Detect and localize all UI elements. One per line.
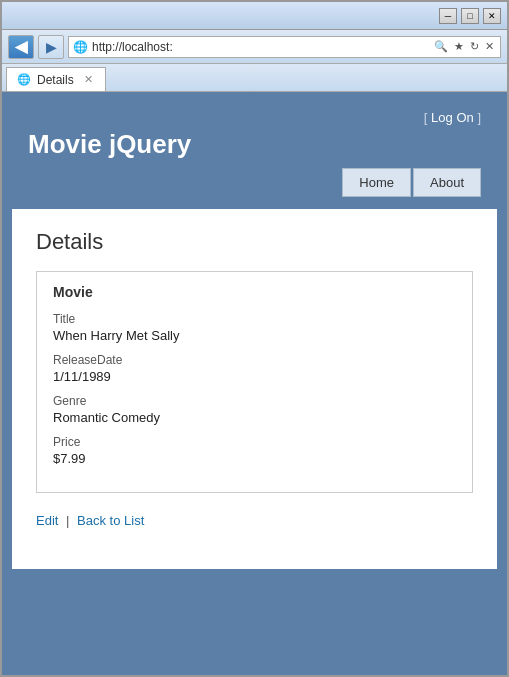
detail-value-genre: Romantic Comedy — [53, 410, 456, 425]
detail-box: Movie Title When Harry Met Sally Release… — [36, 271, 473, 493]
app-container: [ Log On ] Movie jQuery Home About Detai… — [12, 102, 497, 665]
content-card: Details Movie Title When Harry Met Sally… — [12, 209, 497, 569]
login-bar: [ Log On ] — [28, 110, 481, 125]
detail-value-releasedate: 1/11/1989 — [53, 369, 456, 384]
back-to-list-link[interactable]: Back to List — [77, 513, 144, 528]
detail-field-genre: Genre Romantic Comedy — [53, 394, 456, 425]
link-separator: | — [66, 513, 69, 528]
site-title: Movie jQuery — [28, 129, 481, 160]
address-actions: 🔍 ★ ↻ ✕ — [432, 40, 496, 53]
detail-box-title: Movie — [53, 284, 456, 300]
login-link[interactable]: Log On — [431, 110, 474, 125]
page-content: [ Log On ] Movie jQuery Home About Detai… — [2, 92, 507, 675]
title-bar-buttons: ─ □ ✕ — [439, 8, 501, 24]
address-icon: 🌐 — [73, 40, 88, 54]
address-bar: ◀ ▶ 🌐 http://localhost: 🔍 ★ ↻ ✕ — [2, 30, 507, 64]
nav-item-about[interactable]: About — [413, 168, 481, 197]
detail-field-title: Title When Harry Met Sally — [53, 312, 456, 343]
tab-bar: 🌐 Details ✕ — [2, 64, 507, 92]
detail-label-releasedate: ReleaseDate — [53, 353, 456, 367]
browser-tab[interactable]: 🌐 Details ✕ — [6, 67, 106, 91]
login-suffix: ] — [477, 110, 481, 125]
nav-item-home[interactable]: Home — [342, 168, 411, 197]
addr-star-icon[interactable]: ★ — [452, 40, 466, 53]
detail-field-price: Price $7.99 — [53, 435, 456, 466]
edit-link[interactable]: Edit — [36, 513, 58, 528]
tab-close-icon[interactable]: ✕ — [84, 73, 93, 86]
detail-field-releasedate: ReleaseDate 1/11/1989 — [53, 353, 456, 384]
title-bar: ─ □ ✕ — [2, 2, 507, 30]
detail-label-genre: Genre — [53, 394, 456, 408]
footer-links: Edit | Back to List — [36, 513, 473, 528]
forward-button[interactable]: ▶ — [38, 35, 64, 59]
addr-search-icon[interactable]: 🔍 — [432, 40, 450, 53]
app-header: [ Log On ] Movie jQuery Home About — [12, 102, 497, 197]
tab-label: Details — [37, 73, 74, 87]
detail-label-title: Title — [53, 312, 456, 326]
login-prefix: [ — [424, 110, 431, 125]
detail-value-price: $7.99 — [53, 451, 456, 466]
back-button[interactable]: ◀ — [8, 35, 34, 59]
close-button[interactable]: ✕ — [483, 8, 501, 24]
tab-icon: 🌐 — [17, 73, 31, 86]
addr-stop-icon[interactable]: ✕ — [483, 40, 496, 53]
nav-menu: Home About — [28, 168, 481, 197]
minimize-button[interactable]: ─ — [439, 8, 457, 24]
address-field[interactable]: 🌐 http://localhost: 🔍 ★ ↻ ✕ — [68, 36, 501, 58]
detail-label-price: Price — [53, 435, 456, 449]
address-text: http://localhost: — [92, 40, 428, 54]
addr-refresh-icon[interactable]: ↻ — [468, 40, 481, 53]
browser-window: ─ □ ✕ ◀ ▶ 🌐 http://localhost: 🔍 ★ ↻ ✕ — [0, 0, 509, 677]
maximize-button[interactable]: □ — [461, 8, 479, 24]
detail-value-title: When Harry Met Sally — [53, 328, 456, 343]
page-heading: Details — [36, 229, 473, 255]
